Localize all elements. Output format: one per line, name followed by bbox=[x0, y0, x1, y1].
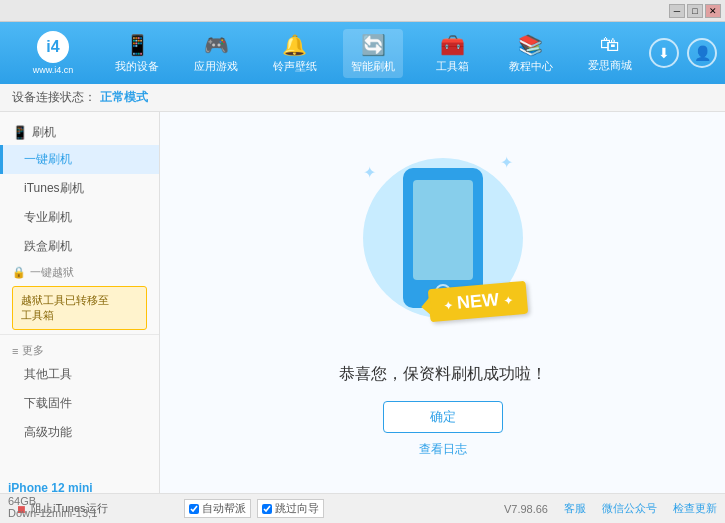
flash-section-icon: 📱 bbox=[12, 125, 28, 140]
lock-icon: 🔒 bbox=[12, 266, 26, 279]
status-bar: 设备连接状态： 正常模式 bbox=[0, 84, 725, 112]
ringtone-icon: 🔔 bbox=[282, 33, 307, 57]
auto-help-label: 自动帮派 bbox=[202, 501, 246, 516]
tutorial-label: 教程中心 bbox=[509, 59, 553, 74]
nav-my-device[interactable]: 📱 我的设备 bbox=[107, 29, 167, 78]
skip-wizard-label: 跳过向导 bbox=[275, 501, 319, 516]
download-fw-label: 下载固件 bbox=[24, 396, 72, 410]
toolbox-label: 工具箱 bbox=[436, 59, 469, 74]
my-device-icon: 📱 bbox=[125, 33, 150, 57]
device-model: Down-12mini-13,1 bbox=[8, 507, 97, 519]
skip-wizard-checkbox[interactable] bbox=[262, 504, 272, 514]
my-device-label: 我的设备 bbox=[115, 59, 159, 74]
user-btn[interactable]: 👤 bbox=[687, 38, 717, 68]
nav-ringtone[interactable]: 🔔 铃声壁纸 bbox=[265, 29, 325, 78]
jailbreak-label: 一键越狱 bbox=[30, 265, 74, 280]
sidebar-divider bbox=[0, 334, 159, 335]
status-value: 正常模式 bbox=[100, 89, 148, 106]
sparkle-left: ✦ bbox=[363, 163, 376, 182]
toolbox-icon: 🧰 bbox=[440, 33, 465, 57]
professional-label: 专业刷机 bbox=[24, 210, 72, 224]
nav-items: 📱 我的设备 🎮 应用游戏 🔔 铃声壁纸 🔄 智能刷机 🧰 工具箱 📚 教程中心… bbox=[98, 29, 649, 78]
new-badge-text: NEW bbox=[457, 289, 501, 313]
sidebar-section-flash: 📱 刷机 bbox=[0, 120, 159, 145]
header: i4 www.i4.cn 📱 我的设备 🎮 应用游戏 🔔 铃声壁纸 🔄 智能刷机… bbox=[0, 22, 725, 84]
sidebar-jailbreak-section: 🔒 一键越狱 bbox=[0, 261, 159, 282]
wechat-link[interactable]: 微信公众号 bbox=[602, 501, 657, 516]
advanced-label: 高级功能 bbox=[24, 425, 72, 439]
sidebar-item-itunes[interactable]: iTunes刷机 bbox=[0, 174, 159, 203]
content-area: ✦ ✦ ✦ NEW ✦ 恭喜您，保资料刷机成功啦！ 确定 查看日志 bbox=[160, 112, 725, 493]
check-update-link[interactable]: 检查更新 bbox=[673, 501, 717, 516]
view-log-link[interactable]: 查看日志 bbox=[419, 441, 467, 458]
yijian-label: 一键刷机 bbox=[24, 152, 72, 166]
nav-smart-flash[interactable]: 🔄 智能刷机 bbox=[343, 29, 403, 78]
sidebar-item-advanced[interactable]: 高级功能 bbox=[0, 418, 159, 447]
device-name: iPhone 12 mini bbox=[8, 481, 97, 495]
shop-label: 爱思商城 bbox=[588, 58, 632, 73]
more-icon: ≡ bbox=[12, 345, 18, 357]
main-area: 📱 刷机 一键刷机 iTunes刷机 专业刷机 跌盒刷机 🔒 一键越狱 越狱工具… bbox=[0, 112, 725, 493]
shop-icon: 🛍 bbox=[600, 33, 620, 56]
warning-text: 越狱工具已转移至 工具箱 bbox=[21, 294, 109, 321]
nav-right: ⬇ 👤 bbox=[649, 38, 717, 68]
more-label: 更多 bbox=[22, 343, 44, 358]
tutorial-icon: 📚 bbox=[518, 33, 543, 57]
device-storage: 64GB bbox=[8, 495, 97, 507]
sparkle-right: ✦ bbox=[500, 153, 513, 172]
itunes-label: iTunes刷机 bbox=[24, 181, 84, 195]
checkbox-skip-wizard[interactable]: 跳过向导 bbox=[257, 499, 324, 518]
version-label: V7.98.66 bbox=[504, 503, 548, 515]
nav-app-game[interactable]: 🎮 应用游戏 bbox=[186, 29, 246, 78]
diebox-label: 跌盒刷机 bbox=[24, 239, 72, 253]
new-badge-star-right: ✦ bbox=[504, 293, 514, 306]
title-bar: ─ □ ✕ bbox=[0, 0, 725, 22]
sidebar-item-yijian[interactable]: 一键刷机 bbox=[0, 145, 159, 174]
customer-service-link[interactable]: 客服 bbox=[564, 501, 586, 516]
logo-icon: i4 bbox=[46, 38, 59, 56]
sidebar-item-download-fw[interactable]: 下载固件 bbox=[0, 389, 159, 418]
ringtone-label: 铃声壁纸 bbox=[273, 59, 317, 74]
auto-help-checkbox[interactable] bbox=[189, 504, 199, 514]
confirm-button[interactable]: 确定 bbox=[383, 401, 503, 433]
flash-section-label: 刷机 bbox=[32, 124, 56, 141]
sidebar-more-section: ≡ 更多 bbox=[0, 339, 159, 360]
other-tools-label: 其他工具 bbox=[24, 367, 72, 381]
smart-flash-icon: 🔄 bbox=[361, 33, 386, 57]
close-btn[interactable]: ✕ bbox=[705, 4, 721, 18]
logo-circle: i4 bbox=[37, 31, 69, 63]
maximize-btn[interactable]: □ bbox=[687, 4, 703, 18]
logo-area[interactable]: i4 www.i4.cn bbox=[8, 31, 98, 75]
success-text: 恭喜您，保资料刷机成功啦！ bbox=[339, 364, 547, 385]
window-controls[interactable]: ─ □ ✕ bbox=[669, 4, 721, 18]
bottom-bar: ⏹ 阻止iTunes运行 自动帮派 跳过向导 V7.98.66 客服 微信公众号… bbox=[0, 493, 725, 523]
app-game-icon: 🎮 bbox=[204, 33, 229, 57]
nav-tutorial[interactable]: 📚 教程中心 bbox=[501, 29, 561, 78]
sidebar-item-diebox[interactable]: 跌盒刷机 bbox=[0, 232, 159, 261]
phone-screen bbox=[413, 180, 473, 280]
sidebar-warning: 越狱工具已转移至 工具箱 bbox=[12, 286, 147, 330]
download-btn[interactable]: ⬇ bbox=[649, 38, 679, 68]
sidebar: 📱 刷机 一键刷机 iTunes刷机 专业刷机 跌盒刷机 🔒 一键越狱 越狱工具… bbox=[0, 112, 160, 493]
nav-shop[interactable]: 🛍 爱思商城 bbox=[580, 29, 640, 77]
sidebar-item-professional[interactable]: 专业刷机 bbox=[0, 203, 159, 232]
app-game-label: 应用游戏 bbox=[194, 59, 238, 74]
status-label: 设备连接状态： bbox=[12, 89, 96, 106]
sidebar-item-other-tools[interactable]: 其他工具 bbox=[0, 360, 159, 389]
nav-toolbox[interactable]: 🧰 工具箱 bbox=[422, 29, 482, 78]
logo-site: www.i4.cn bbox=[33, 65, 74, 75]
phone-illustration: ✦ ✦ ✦ NEW ✦ bbox=[353, 148, 533, 348]
checkbox-area: 自动帮派 跳过向导 bbox=[184, 499, 324, 518]
minimize-btn[interactable]: ─ bbox=[669, 4, 685, 18]
bottom-right: V7.98.66 客服 微信公众号 检查更新 bbox=[504, 501, 717, 516]
checkbox-auto-help[interactable]: 自动帮派 bbox=[184, 499, 251, 518]
smart-flash-label: 智能刷机 bbox=[351, 59, 395, 74]
device-panel: iPhone 12 mini 64GB Down-12mini-13,1 bbox=[8, 481, 97, 519]
new-badge-star-left: ✦ bbox=[443, 299, 453, 312]
